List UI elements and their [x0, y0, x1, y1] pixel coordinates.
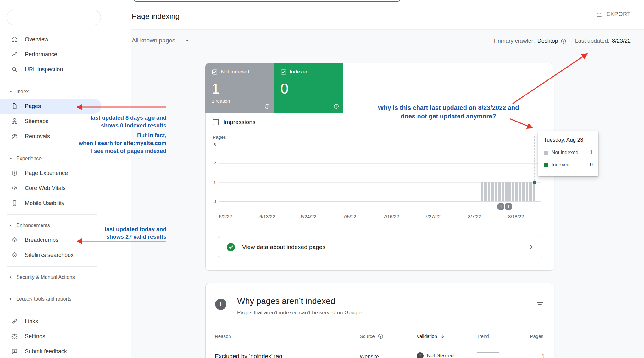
- chart-bar: [508, 182, 511, 201]
- tooltip-label: Not indexed: [552, 150, 578, 155]
- layers-icon: [11, 236, 18, 244]
- x-tick-label: 6/24/22: [294, 214, 323, 219]
- sidebar-item-sitemaps[interactable]: Sitemaps: [0, 114, 101, 129]
- row-source: Website: [360, 354, 379, 358]
- sidebar-section-label: Index: [16, 89, 29, 95]
- y-tick-label: 3: [206, 142, 216, 147]
- why-card-subtitle: Pages that aren’t indexed can’t be serve…: [237, 310, 362, 316]
- feedback-icon: [11, 348, 18, 355]
- dropdown-value: All known pages: [132, 37, 175, 44]
- export-button[interactable]: EXPORT: [596, 11, 631, 18]
- sidebar-section-security[interactable]: Security & Manual Actions: [0, 270, 101, 284]
- top-searchbar-fragment[interactable]: [131, 0, 402, 2]
- sidebar-item-page-experience[interactable]: Page Experience: [0, 165, 101, 181]
- search-icon: [11, 66, 18, 73]
- checked-checkbox-icon: [212, 69, 218, 75]
- column-header-source: Source: [360, 334, 383, 339]
- sidebar-item-label: Links: [25, 318, 38, 325]
- chevron-down-icon: [9, 90, 13, 94]
- performance-icon: [11, 51, 18, 58]
- sidebar-section-legacy-tools[interactable]: Legacy tools and reports: [0, 292, 101, 306]
- filter-icon[interactable]: [536, 300, 545, 309]
- indexed-series-end-dot: [533, 181, 536, 184]
- info-icon[interactable]: [561, 38, 566, 44]
- chart-bar: [491, 182, 494, 201]
- sitemap-icon: [11, 117, 18, 125]
- sidebar-item-label: Pages: [25, 103, 41, 110]
- chart-bar: [515, 182, 518, 201]
- annotation-pages-note: last updated 8 days ago and shows 0 inde…: [91, 114, 166, 130]
- sidebar-item-sitelinks-searchbox[interactable]: Sitelinks searchbox: [0, 247, 101, 263]
- sidebar-item-performance[interactable]: Performance: [0, 47, 101, 62]
- sidebar-item-label: Mobile Usability: [25, 200, 64, 207]
- info-icon[interactable]: [378, 334, 383, 339]
- row-pages: 1: [541, 353, 545, 358]
- indexed-box[interactable]: Indexed 0: [274, 63, 343, 113]
- sidebar-search-input[interactable]: [7, 10, 101, 25]
- tooltip-row: Indexed 0: [544, 162, 593, 168]
- x-tick-label: 7/27/22: [419, 214, 447, 219]
- row-reason[interactable]: Excluded by ‘noindex’ tag: [215, 353, 282, 358]
- primary-crawler-value: Desktop: [537, 38, 558, 44]
- sidebar-section-label: Enhancements: [16, 223, 50, 228]
- sidebar-item-label: Overview: [25, 36, 48, 43]
- sidebar-item-label: Settings: [25, 333, 45, 340]
- chevron-right-icon[interactable]: [528, 244, 535, 251]
- sidebar-item-pages[interactable]: Pages: [0, 99, 101, 114]
- sidebar-item-submit-feedback[interactable]: Submit feedback: [0, 344, 101, 358]
- page-scope-dropdown[interactable]: All known pages: [132, 37, 190, 44]
- page-title: Page indexing: [132, 12, 180, 21]
- why-not-indexed-card: i Why pages aren’t indexed Pages that ar…: [205, 283, 554, 358]
- eye-off-icon: [11, 133, 18, 140]
- sidebar-divider: [7, 81, 97, 81]
- x-tick-label: 7/5/22: [336, 214, 364, 219]
- view-indexed-data-row[interactable]: View data about indexed pages: [218, 236, 543, 258]
- sidebar-section-enhancements[interactable]: Enhancements: [0, 219, 101, 232]
- pages-icon: [11, 102, 18, 110]
- index-summary-card: Not indexed 1 1 reason Indexed 0 Impress…: [205, 63, 554, 271]
- tooltip-value: 0: [590, 162, 593, 168]
- y-tick-label: 0: [206, 198, 216, 204]
- chart-bar: [502, 182, 504, 201]
- not-indexed-box[interactable]: Not indexed 1 1 reason: [205, 63, 274, 113]
- sort-down-icon: [440, 334, 445, 339]
- sidebar-item-settings[interactable]: Settings: [0, 329, 101, 344]
- sidebar-section-label: Experience: [16, 156, 42, 161]
- last-updated-label: Last updated:: [575, 38, 609, 44]
- x-tick-label: 8/7/22: [460, 214, 489, 219]
- home-icon: [11, 35, 18, 43]
- gridline: [219, 163, 541, 164]
- sidebar-item-label: Submit feedback: [25, 348, 67, 355]
- chevron-right-icon: [9, 275, 13, 279]
- sidebar-item-url-inspection[interactable]: URL inspection: [0, 62, 101, 77]
- info-icon[interactable]: [334, 104, 339, 109]
- crawler-info-row: Primary crawler: Desktop Last updated: 8…: [494, 38, 631, 44]
- sidebar-item-mobile-usability[interactable]: Mobile Usability: [0, 196, 101, 211]
- sidebar-divider: [7, 214, 97, 215]
- chart-bar: [488, 182, 490, 201]
- row-validation: ! Not Started: [417, 352, 454, 358]
- sidebar-section-label: Security & Manual Actions: [16, 274, 75, 280]
- impressions-checkbox[interactable]: Impressions: [213, 119, 255, 126]
- gauge-icon: [11, 184, 18, 192]
- chart-marker-badge[interactable]: 1: [505, 203, 512, 210]
- chart-marker-badge[interactable]: 1: [497, 203, 505, 210]
- last-updated-value: 8/23/22: [612, 38, 631, 44]
- sidebar-item-overview[interactable]: Overview: [0, 32, 101, 47]
- chevron-down-icon: [9, 224, 13, 227]
- annotation-pages-note-2: But in fact, when I searh for site:mysit…: [79, 132, 166, 155]
- app-root: Overview Performance URL inspection Inde…: [0, 0, 644, 358]
- sidebar-section-index[interactable]: Index: [0, 85, 101, 99]
- info-icon[interactable]: [264, 104, 270, 109]
- sidebar-item-links[interactable]: Links: [0, 314, 101, 329]
- sidebar-item-core-web-vitals[interactable]: Core Web Vitals: [0, 181, 101, 196]
- download-icon: [596, 11, 602, 18]
- view-indexed-data-label: View data about indexed pages: [242, 244, 521, 251]
- chart-y-axis-title: Pages: [213, 134, 226, 140]
- sidebar-item-label: Sitelinks searchbox: [25, 252, 74, 258]
- y-tick-label: 1: [206, 180, 216, 185]
- sidebar-item-breadcrumbs[interactable]: Breadcrumbs: [0, 232, 101, 247]
- column-header-validation[interactable]: Validation: [417, 334, 445, 339]
- annotation-chart-note: Why is this chart last updated on 8/23/2…: [345, 104, 552, 121]
- sidebar-item-label: Sitemaps: [25, 118, 48, 125]
